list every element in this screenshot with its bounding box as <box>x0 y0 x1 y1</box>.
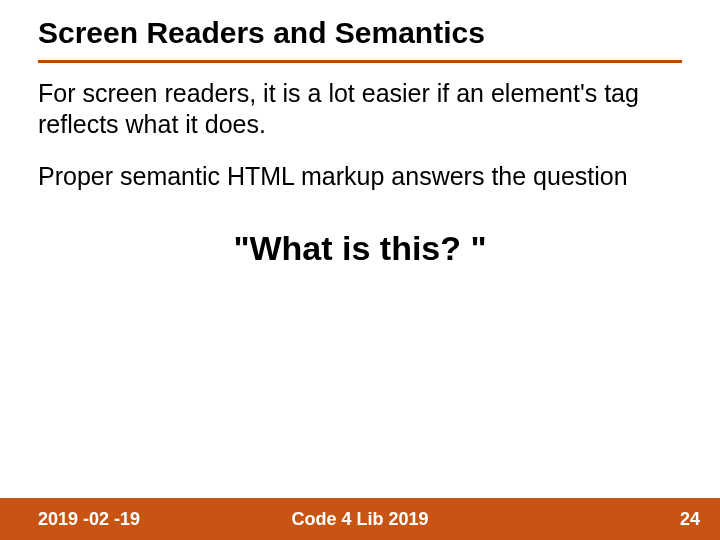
footer-bar: 2019 -02 -19 Code 4 Lib 2019 24 <box>0 498 720 540</box>
body-paragraph-2: Proper semantic HTML markup answers the … <box>38 161 682 192</box>
slide-title: Screen Readers and Semantics <box>38 16 485 50</box>
footer-page-number: 24 <box>680 509 700 530</box>
slide-body: For screen readers, it is a lot easier i… <box>38 78 682 269</box>
body-paragraph-1: For screen readers, it is a lot easier i… <box>38 78 682 139</box>
footer-date: 2019 -02 -19 <box>38 509 140 530</box>
slide: Screen Readers and Semantics For screen … <box>0 0 720 540</box>
callout-text: "What is this? " <box>38 228 682 269</box>
title-underline <box>38 60 682 63</box>
